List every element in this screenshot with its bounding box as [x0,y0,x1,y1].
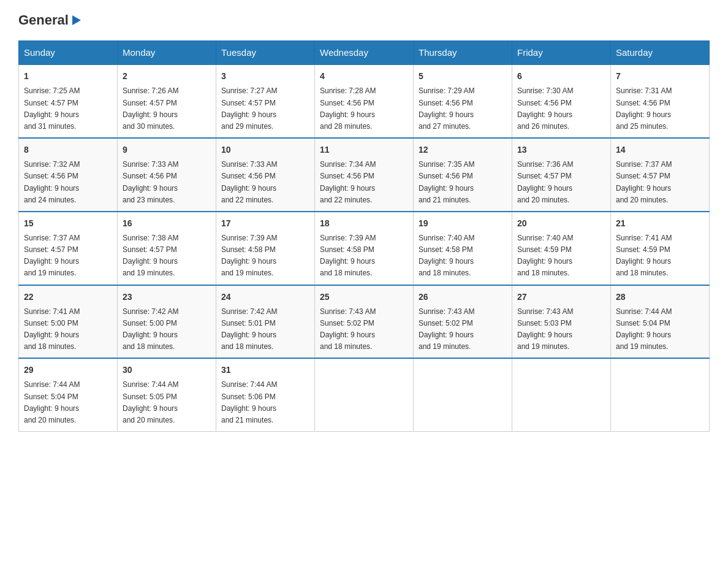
calendar-day-12: 12Sunrise: 7:35 AMSunset: 4:56 PMDayligh… [414,138,512,212]
calendar-day-10: 10Sunrise: 7:33 AMSunset: 4:56 PMDayligh… [216,138,315,212]
calendar-empty-cell [315,358,414,431]
day-info: Sunrise: 7:34 AMSunset: 4:56 PMDaylight:… [320,159,408,206]
calendar-day-15: 15Sunrise: 7:37 AMSunset: 4:57 PMDayligh… [19,212,118,285]
calendar-day-25: 25Sunrise: 7:43 AMSunset: 5:02 PMDayligh… [315,285,414,359]
day-number: 12 [419,144,507,156]
day-info: Sunrise: 7:27 AMSunset: 4:57 PMDaylight:… [221,85,309,132]
day-number: 22 [24,291,112,304]
calendar-table: SundayMondayTuesdayWednesdayThursdayFrid… [18,40,710,432]
day-number: 15 [24,217,112,230]
day-number: 5 [419,70,507,83]
day-number: 8 [24,144,112,156]
column-header-friday: Friday [512,41,611,65]
logo: General [18,12,83,28]
logo-arrow-icon [70,13,83,27]
calendar-day-30: 30Sunrise: 7:44 AMSunset: 5:05 PMDayligh… [118,358,216,431]
day-info: Sunrise: 7:36 AMSunset: 4:57 PMDaylight:… [517,159,605,206]
day-info: Sunrise: 7:39 AMSunset: 4:58 PMDaylight:… [221,232,309,280]
column-header-saturday: Saturday [611,41,710,65]
calendar-day-31: 31Sunrise: 7:44 AMSunset: 5:06 PMDayligh… [216,358,315,431]
calendar-day-22: 22Sunrise: 7:41 AMSunset: 5:00 PMDayligh… [19,285,118,359]
calendar-day-26: 26Sunrise: 7:43 AMSunset: 5:02 PMDayligh… [414,285,512,359]
day-number: 17 [221,217,309,230]
calendar-week-1: 1Sunrise: 7:25 AMSunset: 4:57 PMDaylight… [19,64,710,138]
calendar-header-row: SundayMondayTuesdayWednesdayThursdayFrid… [19,41,710,65]
day-info: Sunrise: 7:39 AMSunset: 4:58 PMDaylight:… [320,232,408,280]
day-info: Sunrise: 7:25 AMSunset: 4:57 PMDaylight:… [24,85,112,132]
day-number: 29 [24,364,112,377]
day-number: 1 [24,70,112,83]
day-number: 21 [616,217,704,230]
day-info: Sunrise: 7:43 AMSunset: 5:03 PMDaylight:… [517,306,605,353]
calendar-day-6: 6Sunrise: 7:30 AMSunset: 4:56 PMDaylight… [512,64,611,138]
day-info: Sunrise: 7:26 AMSunset: 4:57 PMDaylight:… [123,85,211,132]
calendar-day-3: 3Sunrise: 7:27 AMSunset: 4:57 PMDaylight… [216,64,315,138]
day-info: Sunrise: 7:31 AMSunset: 4:56 PMDaylight:… [616,85,704,132]
day-number: 28 [616,291,704,304]
calendar-week-2: 8Sunrise: 7:32 AMSunset: 4:56 PMDaylight… [19,138,710,212]
calendar-day-24: 24Sunrise: 7:42 AMSunset: 5:01 PMDayligh… [216,285,315,359]
day-number: 2 [123,70,211,83]
day-info: Sunrise: 7:43 AMSunset: 5:02 PMDaylight:… [320,306,408,353]
day-info: Sunrise: 7:43 AMSunset: 5:02 PMDaylight:… [419,306,507,353]
calendar-day-9: 9Sunrise: 7:33 AMSunset: 4:56 PMDaylight… [118,138,216,212]
day-info: Sunrise: 7:44 AMSunset: 5:04 PMDaylight:… [24,379,112,426]
day-info: Sunrise: 7:37 AMSunset: 4:57 PMDaylight:… [24,232,112,280]
calendar-week-3: 15Sunrise: 7:37 AMSunset: 4:57 PMDayligh… [19,212,710,285]
day-number: 13 [517,144,605,156]
calendar-day-29: 29Sunrise: 7:44 AMSunset: 5:04 PMDayligh… [19,358,118,431]
day-number: 16 [123,217,211,230]
calendar-day-18: 18Sunrise: 7:39 AMSunset: 4:58 PMDayligh… [315,212,414,285]
calendar-week-5: 29Sunrise: 7:44 AMSunset: 5:04 PMDayligh… [19,358,710,431]
calendar-day-21: 21Sunrise: 7:41 AMSunset: 4:59 PMDayligh… [611,212,710,285]
day-number: 27 [517,291,605,304]
calendar-day-23: 23Sunrise: 7:42 AMSunset: 5:00 PMDayligh… [118,285,216,359]
day-info: Sunrise: 7:37 AMSunset: 4:57 PMDaylight:… [616,159,704,206]
day-number: 26 [419,291,507,304]
day-number: 7 [616,70,704,83]
calendar-day-4: 4Sunrise: 7:28 AMSunset: 4:56 PMDaylight… [315,64,414,138]
day-info: Sunrise: 7:40 AMSunset: 4:59 PMDaylight:… [517,232,605,280]
day-info: Sunrise: 7:38 AMSunset: 4:57 PMDaylight:… [123,232,211,280]
calendar-day-13: 13Sunrise: 7:36 AMSunset: 4:57 PMDayligh… [512,138,611,212]
day-info: Sunrise: 7:35 AMSunset: 4:56 PMDaylight:… [419,159,507,206]
svg-marker-0 [72,15,81,25]
calendar-day-14: 14Sunrise: 7:37 AMSunset: 4:57 PMDayligh… [611,138,710,212]
calendar-day-2: 2Sunrise: 7:26 AMSunset: 4:57 PMDaylight… [118,64,216,138]
day-info: Sunrise: 7:42 AMSunset: 5:01 PMDaylight:… [221,306,309,353]
logo-text-general: General [18,12,69,28]
calendar-empty-cell [611,358,710,431]
calendar-week-4: 22Sunrise: 7:41 AMSunset: 5:00 PMDayligh… [19,285,710,359]
day-number: 23 [123,291,211,304]
day-number: 31 [221,364,309,377]
day-info: Sunrise: 7:29 AMSunset: 4:56 PMDaylight:… [419,85,507,132]
day-info: Sunrise: 7:30 AMSunset: 4:56 PMDaylight:… [517,85,605,132]
day-number: 6 [517,70,605,83]
day-info: Sunrise: 7:44 AMSunset: 5:06 PMDaylight:… [221,379,309,426]
day-number: 18 [320,217,408,230]
calendar-day-17: 17Sunrise: 7:39 AMSunset: 4:58 PMDayligh… [216,212,315,285]
day-info: Sunrise: 7:32 AMSunset: 4:56 PMDaylight:… [24,159,112,206]
day-info: Sunrise: 7:33 AMSunset: 4:56 PMDaylight:… [221,159,309,206]
day-number: 11 [320,144,408,156]
calendar-day-20: 20Sunrise: 7:40 AMSunset: 4:59 PMDayligh… [512,212,611,285]
day-info: Sunrise: 7:41 AMSunset: 4:59 PMDaylight:… [616,232,704,280]
calendar-empty-cell [512,358,611,431]
day-number: 19 [419,217,507,230]
calendar-day-7: 7Sunrise: 7:31 AMSunset: 4:56 PMDaylight… [611,64,710,138]
day-number: 4 [320,70,408,83]
day-number: 3 [221,70,309,83]
day-info: Sunrise: 7:41 AMSunset: 5:00 PMDaylight:… [24,306,112,353]
day-info: Sunrise: 7:44 AMSunset: 5:05 PMDaylight:… [123,379,211,426]
column-header-wednesday: Wednesday [315,41,414,65]
column-header-thursday: Thursday [414,41,512,65]
day-info: Sunrise: 7:44 AMSunset: 5:04 PMDaylight:… [616,306,704,353]
calendar-day-16: 16Sunrise: 7:38 AMSunset: 4:57 PMDayligh… [118,212,216,285]
day-info: Sunrise: 7:42 AMSunset: 5:00 PMDaylight:… [123,306,211,353]
calendar-day-19: 19Sunrise: 7:40 AMSunset: 4:58 PMDayligh… [414,212,512,285]
column-header-sunday: Sunday [19,41,118,65]
day-info: Sunrise: 7:33 AMSunset: 4:56 PMDaylight:… [123,159,211,206]
calendar-day-27: 27Sunrise: 7:43 AMSunset: 5:03 PMDayligh… [512,285,611,359]
day-number: 14 [616,144,704,156]
day-number: 9 [123,144,211,156]
